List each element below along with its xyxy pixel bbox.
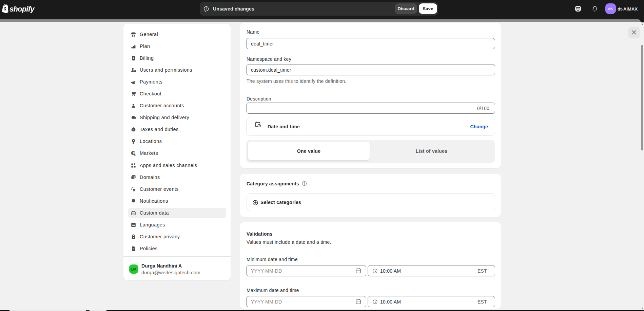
svg-text:$: $ <box>134 153 136 156</box>
svg-text:$: $ <box>133 56 134 59</box>
